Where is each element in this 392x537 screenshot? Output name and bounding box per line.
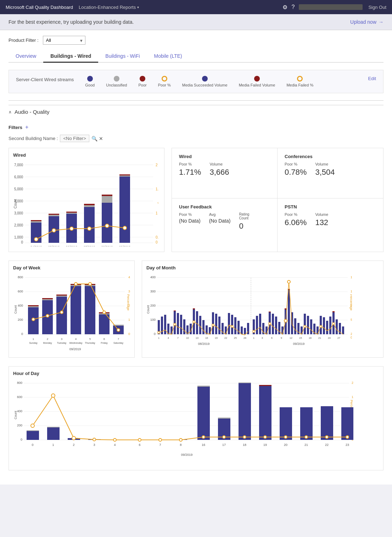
svg-text:7: 7 <box>118 337 119 341</box>
svg-rect-49 <box>42 298 53 299</box>
section-divider <box>9 100 383 101</box>
stats-uf-poor-col: Poor % (No Data) <box>179 212 201 231</box>
svg-rect-144 <box>288 290 290 334</box>
stats-conf-cols: Poor % 0.78% Volume 3,504 <box>285 162 376 177</box>
product-filter-row: Product Filter : All <box>9 36 383 45</box>
hour-of-day-chart: Hour of Day 800 600 400 200 0 20 15 10 5… <box>9 366 383 470</box>
svg-text:400: 400 <box>17 409 22 413</box>
legend-label-media-succeeded: Media Succeeded Volume <box>182 83 228 87</box>
svg-text:Sunday: Sunday <box>29 342 38 345</box>
svg-text:Count: Count <box>14 305 17 314</box>
svg-point-224 <box>93 438 96 441</box>
line-dot-1 <box>34 237 38 241</box>
svg-point-174 <box>320 325 322 328</box>
tab-buildings-wifi[interactable]: Buildings - WiFi <box>98 50 147 63</box>
svg-text:0: 0 <box>21 332 23 336</box>
svg-rect-152 <box>310 319 312 334</box>
filter-value-building: <No Filter> <box>60 135 89 142</box>
svg-text:Count: Count <box>14 411 17 420</box>
stats-pstn-title: PSTN <box>285 204 376 209</box>
svg-rect-50 <box>56 296 67 297</box>
svg-text:21: 21 <box>318 337 321 339</box>
svg-rect-128 <box>241 326 243 334</box>
svg-text:3: 3 <box>262 337 263 339</box>
section-title-audio-quality: Audio - Quality <box>15 109 49 115</box>
svg-text:9: 9 <box>281 337 282 339</box>
svg-text:10: 10 <box>186 337 189 339</box>
bar-unc-2 <box>49 215 59 216</box>
svg-point-62 <box>74 283 77 285</box>
dow-bar-thu <box>85 286 95 334</box>
stats-conf-poor-value: 0.78% <box>285 168 307 177</box>
svg-text:1: 1 <box>158 337 159 339</box>
product-filter-select-wrap[interactable]: All <box>43 36 85 45</box>
stats-pstn: PSTN Poor % 6.06% Volume 132 <box>278 198 383 252</box>
add-filter-button[interactable]: + <box>25 124 28 130</box>
svg-point-167 <box>212 324 214 326</box>
svg-text:0: 0 <box>128 332 130 336</box>
svg-text:09/2019: 09/2019 <box>119 245 131 246</box>
collapse-chevron-icon[interactable]: ∧ <box>9 110 12 114</box>
svg-point-63 <box>89 283 91 285</box>
svg-text:28: 28 <box>243 337 246 339</box>
svg-text:15: 15 <box>299 337 302 339</box>
two-charts-row: Day of Week 800 600 400 200 0 4 3 2 1 0 … <box>9 261 383 358</box>
stats-wired-vol-value: 3,666 <box>209 168 229 177</box>
product-filter-select[interactable]: All <box>43 36 85 45</box>
dom-chart-title: Day of Month <box>146 265 379 270</box>
day-of-month-chart: Day of Month 400 300 200 100 0 12.5 10 7… <box>142 261 383 358</box>
settings-icon[interactable]: ⚙ <box>282 4 287 11</box>
svg-text:1: 1 <box>156 211 158 215</box>
help-icon[interactable]: ? <box>292 4 295 10</box>
nav-icons: ⚙ ? <box>282 4 363 11</box>
nav-reports-link[interactable]: Location-Enhanced Reports ▾ <box>79 5 139 10</box>
filter-clear-icon[interactable]: ✕ <box>99 136 103 141</box>
svg-point-226 <box>138 438 141 441</box>
svg-text:2.5: 2.5 <box>351 332 352 336</box>
svg-rect-157 <box>326 321 328 334</box>
stats-conf-vol-label: Volume <box>315 162 335 166</box>
svg-rect-129 <box>244 328 246 334</box>
svg-rect-125 <box>231 315 233 334</box>
legend-dot-unclassified <box>114 76 119 82</box>
svg-text:19: 19 <box>263 443 267 447</box>
edit-link[interactable]: Edit <box>368 76 376 81</box>
svg-text:Count: Count <box>13 199 17 208</box>
svg-rect-47 <box>28 305 39 306</box>
tab-overview[interactable]: Overview <box>9 50 43 63</box>
filters-bar: Filters + <box>9 124 383 130</box>
tab-mobile-lte[interactable]: Mobile (LTE) <box>147 50 189 63</box>
svg-text:25: 25 <box>234 337 237 339</box>
bar-good-5 <box>102 203 112 243</box>
stats-wired-vol-label: Volume <box>209 162 229 166</box>
svg-rect-160 <box>332 311 335 312</box>
svg-rect-151 <box>307 316 309 334</box>
svg-text:06/2019: 06/2019 <box>66 245 78 246</box>
svg-text:0: 0 <box>154 332 156 336</box>
svg-text:8: 8 <box>180 443 181 447</box>
svg-text:600: 600 <box>18 290 23 293</box>
svg-rect-51 <box>56 295 67 296</box>
tab-buildings-wired[interactable]: Buildings - Wired <box>43 50 98 63</box>
svg-point-231 <box>243 436 246 438</box>
filter-search-icon[interactable]: 🔍 <box>91 136 97 141</box>
svg-text:04/2019: 04/2019 <box>30 245 42 246</box>
stats-wired-poor-col: Poor % 1.71% <box>179 162 201 177</box>
hod-bar-0 <box>27 431 39 440</box>
svg-text:24: 24 <box>328 337 331 339</box>
stats-user-feedback: User Feedback Poor % (No Data) Avg (No D… <box>172 198 278 252</box>
hod-bar-16 <box>197 387 210 440</box>
svg-text:18: 18 <box>243 443 246 447</box>
svg-text:200: 200 <box>18 318 23 321</box>
wired-chart-title: Wired <box>13 152 160 158</box>
filter-icons: 🔍 ✕ <box>91 136 103 141</box>
line-dot-6 <box>123 226 127 230</box>
upload-now-link[interactable]: Upload now → <box>350 19 383 25</box>
sign-out-link[interactable]: Sign Out <box>368 5 386 10</box>
svg-text:2: 2 <box>47 337 49 341</box>
svg-rect-113 <box>193 308 195 309</box>
upload-banner: For the best experience, try uploading y… <box>0 14 392 30</box>
stats-wired-cols: Poor % 1.71% Volume 3,666 <box>179 162 270 177</box>
stats-uf-avg-value: (No Data) <box>209 218 231 224</box>
svg-text:Friday: Friday <box>101 342 108 345</box>
